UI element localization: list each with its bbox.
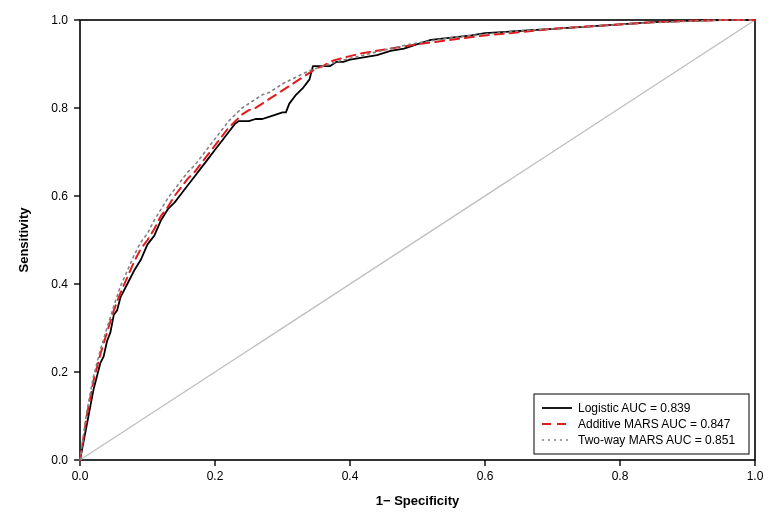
legend-label-0: Logistic AUC = 0.839 xyxy=(578,401,691,415)
y-tick-label: 0.4 xyxy=(51,277,68,291)
legend-label-1: Additive MARS AUC = 0.847 xyxy=(578,417,731,431)
legend-label-2: Two-way MARS AUC = 0.851 xyxy=(578,433,735,447)
y-axis-label: Sensitivity xyxy=(16,207,31,273)
x-tick-label: 0.4 xyxy=(342,469,359,483)
roc-chart: 0.00.20.40.60.81.00.00.20.40.60.81.01− S… xyxy=(0,0,775,521)
y-tick-label: 0.0 xyxy=(51,453,68,467)
y-tick-label: 0.8 xyxy=(51,101,68,115)
x-tick-label: 0.8 xyxy=(612,469,629,483)
y-tick-label: 0.2 xyxy=(51,365,68,379)
roc-svg: 0.00.20.40.60.81.00.00.20.40.60.81.01− S… xyxy=(0,0,775,521)
x-tick-label: 0.2 xyxy=(207,469,224,483)
x-tick-label: 0.0 xyxy=(72,469,89,483)
y-tick-label: 1.0 xyxy=(51,13,68,27)
x-tick-label: 0.6 xyxy=(477,469,494,483)
x-axis-label: 1− Specificity xyxy=(376,493,460,508)
y-tick-label: 0.6 xyxy=(51,189,68,203)
x-tick-label: 1.0 xyxy=(747,469,764,483)
